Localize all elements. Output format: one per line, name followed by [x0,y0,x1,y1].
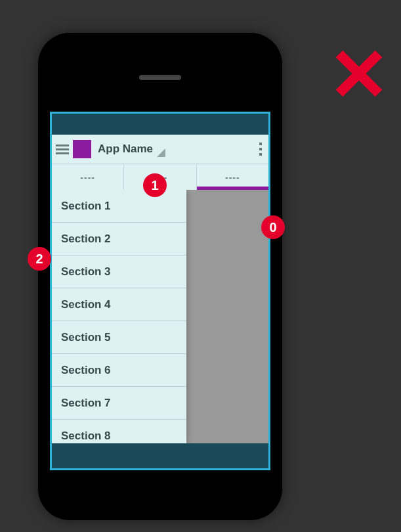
app-icon[interactable] [73,140,91,158]
overflow-menu-icon[interactable] [259,143,262,156]
phone-speaker [139,75,181,80]
action-bar: App Name [52,135,268,164]
drawer-item-6[interactable]: Section 6 [52,354,186,387]
drawer-item-5[interactable]: Section 5 [52,321,186,354]
phone-device: App Name ---- ---- ---- Section 1 [38,33,282,520]
drawer-item-3[interactable]: Section 3 [52,255,186,288]
status-bar [52,114,268,135]
drawer-item-2[interactable]: Section 2 [52,223,186,255]
content-area: Section 1 Section 2 Section 3 Section 4 … [52,190,268,443]
callout-badge-2: 2 [28,247,51,271]
drawer-item-label: Section 6 [61,364,111,377]
drawer-item-1[interactable]: Section 1 [52,190,186,223]
phone-screen: App Name ---- ---- ---- Section 1 [50,112,270,470]
drawer-item-label: Section 2 [61,233,111,246]
drawer-item-label: Section 8 [61,430,111,443]
drawer-item-label: Section 1 [61,200,111,213]
callout-badge-1: 1 [143,173,167,197]
hamburger-icon[interactable] [56,144,69,154]
drawer-item-label: Section 7 [61,397,111,410]
drawer-item-label: Section 4 [61,298,111,311]
tab-3[interactable]: ---- [197,164,268,190]
tab-1[interactable]: ---- [52,164,124,190]
spinner-dropdown-icon[interactable] [157,148,165,157]
incorrect-x-icon [333,47,385,100]
drawer-item-4[interactable]: Section 4 [52,288,186,321]
system-nav-bar [52,443,268,468]
drawer-item-8[interactable]: Section 8 [52,420,186,443]
callout-badge-0: 0 [261,215,285,239]
drawer-item-label: Section 5 [61,331,111,344]
navigation-drawer: Section 1 Section 2 Section 3 Section 4 … [52,190,186,443]
tab-label: ---- [80,172,95,183]
app-name-label[interactable]: App Name [98,143,153,156]
drawer-item-label: Section 3 [61,265,111,278]
tab-label: ---- [225,172,240,183]
drawer-item-7[interactable]: Section 7 [52,387,186,420]
